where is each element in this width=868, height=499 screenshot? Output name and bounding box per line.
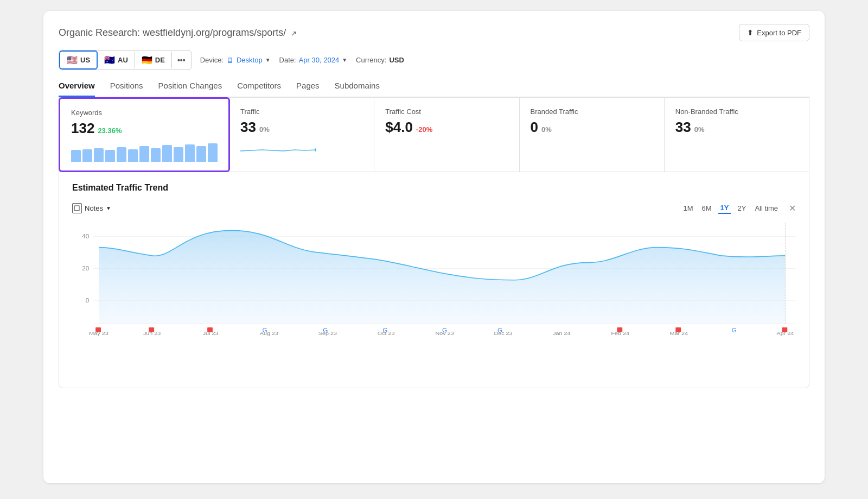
- tab-position-changes[interactable]: Position Changes: [158, 81, 222, 97]
- currency-control: Currency: USD: [356, 56, 404, 64]
- branded-traffic-change: 0%: [541, 125, 552, 134]
- device-chevron-icon: ▼: [265, 57, 271, 63]
- bar-3: [94, 148, 104, 162]
- chart-area-fill: [99, 230, 785, 324]
- svg-text:Jan 24: Jan 24: [553, 331, 571, 336]
- flag-de: 🇩🇪: [142, 55, 152, 65]
- export-button[interactable]: ⬆ Export to PDF: [739, 24, 809, 41]
- non-branded-traffic-value-row: 33 0%: [675, 119, 798, 136]
- more-icon: •••: [177, 56, 186, 65]
- main-container: Organic Research: westfieldynj.org/progr…: [43, 11, 825, 483]
- country-tab-au[interactable]: 🇦🇺 AU: [98, 52, 135, 68]
- svg-text:20: 20: [82, 266, 89, 271]
- time-range-buttons: 1M 6M 1Y 2Y All time: [681, 203, 780, 214]
- traffic-cost-label: Traffic Cost: [385, 108, 508, 116]
- non-branded-traffic-label: Non-Branded Traffic: [675, 108, 798, 116]
- nav-tabs: Overview Positions Position Changes Comp…: [59, 81, 809, 97]
- flag-marker-2: [149, 327, 154, 332]
- more-countries-button[interactable]: •••: [172, 53, 191, 68]
- time-btn-1y[interactable]: 1Y: [718, 203, 731, 214]
- branded-traffic-label: Branded Traffic: [531, 108, 653, 116]
- bar-11: [185, 144, 195, 162]
- time-btn-2y[interactable]: 2Y: [735, 203, 748, 213]
- tab-positions[interactable]: Positions: [110, 81, 143, 97]
- upload-icon: ⬆: [747, 28, 754, 37]
- traffic-cost-value-row: $4.0 -20%: [385, 119, 508, 136]
- country-label-de: DE: [155, 56, 165, 64]
- non-branded-traffic-value: 33: [675, 119, 691, 136]
- controls-row: 🇺🇸 US 🇦🇺 AU 🇩🇪 DE ••• Device: 🖥 Desktop …: [59, 50, 809, 70]
- country-label-us: US: [80, 56, 90, 64]
- country-tab-us[interactable]: 🇺🇸 US: [59, 50, 98, 70]
- chart-title: Estimated Traffic Trend: [72, 183, 168, 193]
- chart-section: Estimated Traffic Trend ☐ Notes ▼ 1M 6M …: [59, 172, 809, 388]
- metric-card-keywords[interactable]: Keywords 132 23.36%: [59, 97, 230, 172]
- traffic-line-chart: [240, 141, 316, 161]
- country-tabs: 🇺🇸 US 🇦🇺 AU 🇩🇪 DE •••: [59, 50, 192, 70]
- time-btn-alltime[interactable]: All time: [752, 203, 780, 213]
- country-tab-de[interactable]: 🇩🇪 DE: [135, 52, 172, 68]
- device-value[interactable]: Desktop: [237, 56, 263, 64]
- svg-point-0: [315, 148, 316, 151]
- branded-traffic-value: 0: [531, 119, 538, 136]
- title-prefix: Organic Research:: [59, 27, 140, 38]
- close-chart-button[interactable]: ✕: [789, 203, 796, 213]
- flag-us: 🇺🇸: [67, 55, 78, 65]
- tab-pages[interactable]: Pages: [296, 81, 320, 97]
- svg-text:0: 0: [86, 298, 90, 304]
- date-value[interactable]: Apr 30, 2024: [299, 56, 339, 64]
- tab-subdomains[interactable]: Subdomains: [335, 81, 380, 97]
- bar-6: [128, 149, 138, 162]
- date-label: Date:: [279, 56, 296, 64]
- metric-card-branded-traffic[interactable]: Branded Traffic 0 0%: [520, 98, 665, 172]
- google-marker-3: G: [382, 327, 387, 333]
- keywords-value-row: 132 23.36%: [71, 120, 218, 137]
- date-chevron-icon: ▼: [342, 57, 347, 63]
- tab-overview[interactable]: Overview: [59, 81, 95, 97]
- country-label-au: AU: [118, 56, 128, 64]
- traffic-label: Traffic: [240, 108, 363, 116]
- bar-8: [151, 148, 161, 162]
- google-marker-2: G: [323, 327, 328, 333]
- metric-card-non-branded-traffic[interactable]: Non-Branded Traffic 33 0%: [665, 98, 809, 172]
- bar-5: [117, 147, 126, 162]
- metric-card-traffic-cost[interactable]: Traffic Cost $4.0 -20%: [374, 98, 519, 172]
- time-btn-1m[interactable]: 1M: [681, 203, 695, 213]
- area-chart: 40 20 0 May 23 Jun 23 Jul 2: [72, 223, 796, 375]
- notes-icon: ☐: [72, 203, 82, 213]
- traffic-cost-change: -20%: [416, 125, 432, 134]
- keywords-value: 132: [71, 120, 94, 137]
- date-control: Date: Apr 30, 2024 ▼: [279, 56, 347, 64]
- traffic-value-row: 33 0%: [240, 119, 363, 136]
- branded-traffic-value-row: 0 0%: [531, 119, 653, 136]
- currency-value: USD: [389, 56, 404, 64]
- page-title: Organic Research: westfieldynj.org/progr…: [59, 27, 297, 39]
- flag-marker-1: [95, 327, 101, 332]
- currency-label: Currency:: [356, 56, 386, 64]
- metric-card-traffic[interactable]: Traffic 33 0%: [229, 98, 374, 172]
- tab-competitors[interactable]: Competitors: [237, 81, 281, 97]
- bar-13: [208, 143, 218, 162]
- traffic-value: 33: [240, 119, 256, 136]
- export-label: Export to PDF: [757, 29, 801, 37]
- chart-header: Estimated Traffic Trend: [72, 183, 796, 193]
- time-btn-6m[interactable]: 6M: [700, 203, 714, 213]
- bar-9: [162, 145, 172, 162]
- monitor-icon: 🖥: [226, 56, 234, 65]
- non-branded-traffic-change: 0%: [694, 125, 705, 134]
- flag-marker-8: [675, 327, 681, 332]
- flag-marker-7: [617, 327, 622, 332]
- notes-button[interactable]: ☐ Notes ▼: [72, 203, 111, 213]
- keywords-label: Keywords: [71, 109, 218, 117]
- svg-text:Dec 23: Dec 23: [494, 331, 513, 336]
- title-url: westfieldynj.org/programs/sports/: [143, 27, 286, 38]
- flag-marker-12: [782, 327, 787, 332]
- bar-4: [105, 150, 115, 162]
- keywords-change: 23.36%: [98, 127, 122, 135]
- device-label: Device:: [200, 56, 224, 64]
- bar-2: [82, 149, 92, 162]
- google-marker-6: G: [732, 327, 737, 333]
- keywords-bar-chart: [71, 142, 218, 162]
- traffic-cost-value: $4.0: [385, 119, 413, 136]
- google-marker-1: G: [263, 327, 267, 333]
